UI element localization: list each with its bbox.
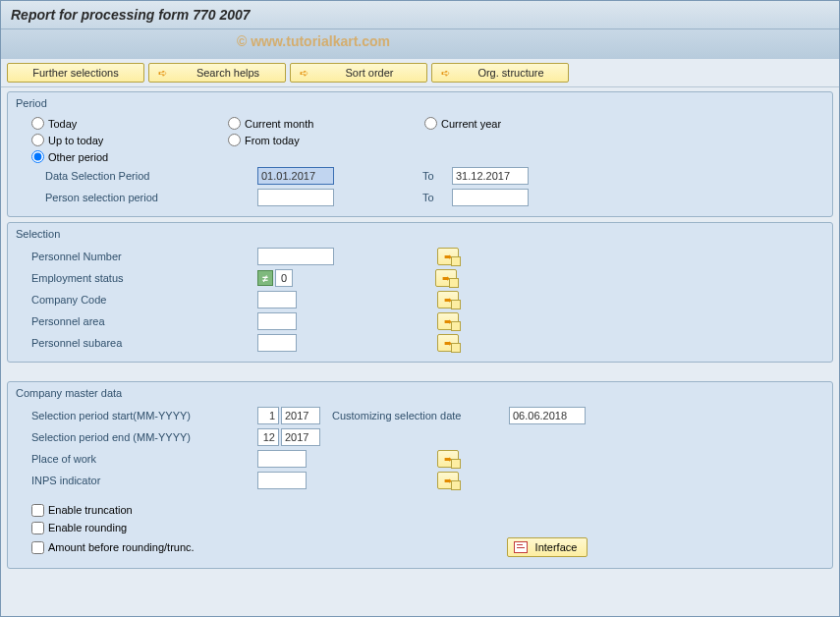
- search-helps-button[interactable]: ➪ Search helps: [148, 63, 286, 83]
- arrow-right-icon: ➨: [444, 295, 453, 306]
- radio-today-input[interactable]: [31, 117, 44, 130]
- radio-today-label: Today: [48, 118, 77, 130]
- company-code-input[interactable]: [257, 291, 297, 308]
- to-label-2: To: [422, 192, 452, 203]
- personnel-subarea-input[interactable]: [257, 334, 297, 352]
- arrow-right-icon: ➨: [444, 316, 453, 327]
- enable-rounding-checkbox[interactable]: [31, 522, 44, 534]
- employment-status-multi-button[interactable]: ➨: [435, 269, 457, 287]
- radio-current-year-label: Current year: [441, 118, 501, 130]
- sel-start-label: Selection period start(MM-YYYY): [31, 410, 257, 421]
- personnel-number-label: Personnel Number: [31, 251, 257, 262]
- arrow-right-icon: ➨: [444, 252, 453, 262]
- employment-status-input[interactable]: [275, 269, 293, 287]
- arrow-right-icon: ➨: [444, 338, 453, 349]
- amount-before-label: Amount before rounding/trunc.: [48, 541, 195, 553]
- org-structure-label: Org. structure: [477, 67, 543, 79]
- radio-other-period-input[interactable]: [31, 150, 44, 163]
- personnel-area-input[interactable]: [257, 312, 297, 330]
- company-master-group-title: Company master data: [16, 385, 824, 401]
- radio-up-to-today[interactable]: Up to today: [31, 134, 228, 146]
- enable-rounding-label: Enable rounding: [48, 522, 127, 533]
- place-of-work-multi-button[interactable]: ➨: [437, 450, 459, 468]
- company-code-multi-button[interactable]: ➨: [437, 291, 459, 308]
- place-of-work-input[interactable]: [257, 450, 307, 468]
- amount-before-checkbox[interactable]: [31, 541, 44, 554]
- customizing-date-label: Customizing selection date: [332, 410, 509, 421]
- personnel-area-label: Personnel area: [31, 315, 257, 327]
- data-selection-period-label: Data Selection Period: [45, 170, 257, 182]
- radio-current-year[interactable]: Current year: [424, 117, 621, 130]
- data-selection-from-input[interactable]: [257, 167, 334, 185]
- radio-current-year-input[interactable]: [424, 117, 437, 130]
- person-selection-period-label: Person selection period: [45, 192, 257, 203]
- customizing-date-input[interactable]: [509, 407, 586, 424]
- enable-truncation-checkbox[interactable]: [31, 504, 44, 517]
- radio-up-to-today-input[interactable]: [31, 134, 44, 146]
- further-selections-button[interactable]: Further selections: [7, 63, 144, 83]
- radio-from-today-input[interactable]: [228, 134, 241, 146]
- toolbar: Further selections ➪ Search helps ➪ Sort…: [1, 59, 839, 87]
- arrow-right-icon: ➪: [297, 66, 310, 80]
- personnel-subarea-multi-button[interactable]: ➨: [437, 334, 459, 352]
- radio-current-month[interactable]: Current month: [228, 117, 424, 130]
- arrow-right-icon: ➨: [444, 454, 453, 465]
- personnel-number-multi-button[interactable]: ➨: [437, 248, 459, 265]
- radio-current-month-label: Current month: [245, 118, 313, 130]
- arrow-right-icon: ➨: [444, 476, 453, 486]
- watermark: © www.tutorialkart.com: [237, 33, 390, 49]
- document-icon: [514, 541, 528, 553]
- sel-end-label: Selection period end (MM-YYYY): [31, 431, 257, 443]
- enable-truncation-label: Enable truncation: [48, 504, 133, 516]
- personnel-number-input[interactable]: [257, 248, 334, 265]
- subtitle-strip: © www.tutorialkart.com: [1, 29, 839, 59]
- personnel-subarea-label: Personnel subarea: [31, 337, 257, 349]
- arrow-right-icon: ➨: [442, 273, 451, 284]
- arrow-right-icon: ➪: [155, 66, 169, 80]
- radio-current-month-input[interactable]: [228, 117, 241, 130]
- person-selection-to-input[interactable]: [452, 189, 529, 206]
- person-selection-from-input[interactable]: [257, 189, 334, 206]
- radio-from-today-label: From today: [245, 135, 300, 146]
- inps-indicator-multi-button[interactable]: ➨: [437, 472, 459, 489]
- arrow-right-icon: ➪: [438, 66, 452, 80]
- employment-status-label: Employment status: [31, 272, 257, 284]
- radio-other-period-label: Other period: [48, 151, 108, 163]
- radio-from-today[interactable]: From today: [228, 134, 424, 146]
- selection-group-title: Selection: [16, 226, 824, 242]
- company-code-label: Company Code: [31, 294, 257, 306]
- data-selection-to-input[interactable]: [452, 167, 529, 185]
- inps-indicator-label: INPS indicator: [31, 475, 257, 486]
- not-equal-icon[interactable]: ≠: [257, 270, 273, 286]
- selection-group: Selection Personnel Number ➨ Employment …: [7, 222, 833, 363]
- to-label: To: [422, 170, 452, 182]
- company-master-group: Company master data Selection period sta…: [7, 381, 833, 569]
- period-group: Period Today Current month Current year …: [7, 91, 833, 217]
- radio-up-to-today-label: Up to today: [48, 135, 103, 146]
- inps-indicator-input[interactable]: [257, 472, 307, 489]
- sel-end-mm-input[interactable]: [257, 428, 279, 446]
- sel-start-mm-input[interactable]: [257, 407, 279, 424]
- search-helps-label: Search helps: [196, 67, 259, 79]
- sort-order-button[interactable]: ➪ Sort order: [290, 63, 427, 83]
- interface-button[interactable]: Interface: [507, 537, 588, 557]
- window-title: Report for processing form 770 2007: [1, 1, 839, 29]
- sel-start-yyyy-input[interactable]: [281, 407, 320, 424]
- org-structure-button[interactable]: ➪ Org. structure: [431, 63, 569, 83]
- radio-other-period[interactable]: Other period: [31, 150, 228, 163]
- interface-label: Interface: [535, 541, 578, 553]
- sort-order-label: Sort order: [346, 67, 394, 79]
- personnel-area-multi-button[interactable]: ➨: [437, 312, 459, 330]
- place-of-work-label: Place of work: [31, 453, 257, 465]
- sel-end-yyyy-input[interactable]: [281, 428, 320, 446]
- further-selections-label: Further selections: [32, 67, 118, 79]
- period-group-title: Period: [16, 95, 824, 111]
- radio-today[interactable]: Today: [31, 117, 228, 130]
